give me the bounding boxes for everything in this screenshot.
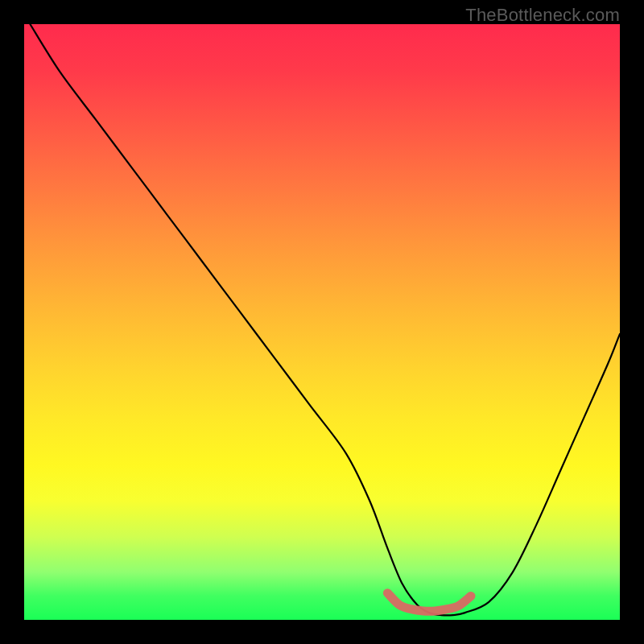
watermark-text: TheBottleneck.com bbox=[465, 5, 620, 26]
bottleneck-curve-path bbox=[30, 24, 620, 615]
bottleneck-chart: TheBottleneck.com bbox=[0, 0, 644, 644]
curve-svg bbox=[24, 24, 620, 620]
plot-area bbox=[24, 24, 620, 620]
highlight-band-path bbox=[387, 593, 471, 611]
